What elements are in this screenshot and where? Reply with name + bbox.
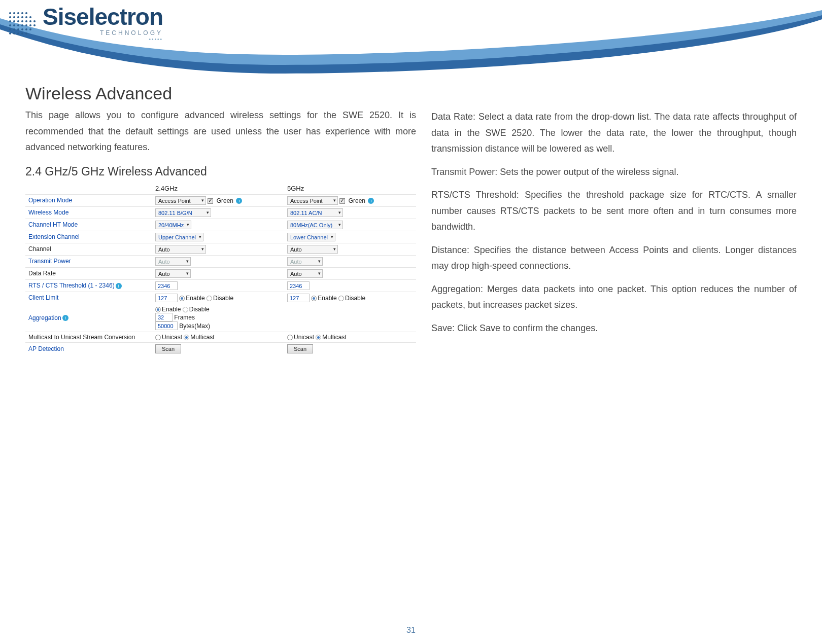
htmode-5-select[interactable]: 80MHz(AC Only) — [287, 221, 343, 229]
rts-5-input[interactable]: 2346 — [287, 281, 310, 290]
svg-point-4 — [25, 12, 27, 14]
para-transmit-power: Transmit Power: Sets the power output of… — [431, 164, 797, 181]
climit-24-enable-radio[interactable] — [179, 296, 185, 301]
mcast-5-multicast-radio[interactable] — [316, 335, 321, 340]
aggr-24-disable-radio[interactable] — [183, 307, 188, 312]
svg-point-17 — [33, 20, 36, 22]
climit-5-input[interactable]: 127 — [287, 294, 310, 302]
aggr-bytes-input[interactable]: 50000 — [155, 321, 178, 330]
svg-point-6 — [13, 16, 15, 18]
drate-24-select[interactable]: Auto — [155, 269, 191, 278]
svg-point-3 — [21, 12, 23, 14]
label-client-limit: Client Limit — [25, 292, 152, 304]
svg-point-19 — [13, 24, 15, 26]
label-tx-power: Transmit Power — [25, 255, 152, 267]
svg-point-1 — [13, 12, 15, 14]
svg-point-8 — [21, 16, 23, 18]
svg-point-9 — [25, 16, 27, 18]
rts-24-input[interactable]: 2346 — [155, 281, 178, 290]
para-aggregation: Aggregation: Merges data packets into on… — [431, 281, 797, 313]
climit-5-enable-radio[interactable] — [311, 296, 317, 301]
svg-point-29 — [25, 28, 27, 30]
section-heading: 2.4 GHz/5 GHz Wireless Advanced — [25, 165, 416, 178]
txpower-5-select[interactable]: Auto — [287, 257, 323, 266]
help-icon[interactable]: i — [236, 198, 242, 204]
header-banner: Siselectron TECHNOLOGY ••••• — [0, 0, 822, 74]
svg-point-21 — [21, 24, 23, 26]
climit-24-disable-radio[interactable] — [207, 296, 212, 301]
aggr-frames-label: Frames — [174, 314, 195, 321]
svg-point-35 — [25, 32, 27, 34]
extch-24-select[interactable]: Upper Channel — [155, 233, 203, 241]
col-24ghz: 2.4GHz — [152, 183, 284, 195]
channel-5-select[interactable]: Auto — [287, 245, 338, 254]
right-column: Data Rate: Select a data rate from the d… — [431, 84, 797, 355]
green-5-label: Green — [349, 197, 365, 204]
svg-point-25 — [9, 28, 11, 30]
opmode-24-select[interactable]: Access Point — [155, 196, 206, 205]
svg-point-31 — [9, 32, 11, 34]
svg-point-12 — [13, 20, 15, 22]
page-title: Wireless Advanced — [25, 84, 416, 103]
green-5-checkbox[interactable] — [339, 198, 345, 204]
help-icon[interactable]: i — [368, 198, 374, 204]
logo-icon — [6, 8, 38, 40]
wmode-5-select[interactable]: 802.11 AC/N — [287, 208, 343, 217]
green-24-checkbox[interactable] — [208, 198, 213, 204]
content-area: Wireless Advanced This page allows you t… — [0, 74, 822, 355]
svg-point-11 — [9, 20, 11, 22]
svg-point-28 — [21, 28, 23, 30]
label-wireless-mode: Wireless Mode — [25, 206, 152, 219]
opmode-5-select[interactable]: Access Point — [287, 196, 338, 205]
htmode-24-select[interactable]: 20/40MHz — [155, 221, 191, 229]
channel-24-select[interactable]: Auto — [155, 245, 206, 254]
svg-point-27 — [17, 28, 19, 30]
help-icon[interactable]: i — [62, 315, 68, 321]
climit-5-disable-radio[interactable] — [338, 296, 344, 301]
green-24-label: Green — [217, 197, 233, 204]
scan-5-button[interactable]: Scan — [287, 344, 313, 353]
txpower-24-select[interactable]: Auto — [155, 257, 191, 266]
svg-point-23 — [29, 24, 31, 26]
mcast-24-unicast-radio[interactable] — [155, 335, 161, 340]
aggr-bytes-label: Bytes(Max) — [179, 323, 210, 330]
svg-point-32 — [13, 32, 15, 34]
svg-point-14 — [21, 20, 23, 22]
mcast-5-unicast-radio[interactable] — [287, 335, 293, 340]
page-number: 31 — [0, 626, 822, 635]
label-rts: RTS / CTS Threshold (1 - 2346)i — [25, 279, 152, 292]
help-icon[interactable]: i — [116, 283, 122, 289]
label-channel: Channel — [25, 243, 152, 255]
label-ht-mode: Channel HT Mode — [25, 219, 152, 231]
svg-point-34 — [21, 32, 23, 34]
svg-point-7 — [17, 16, 19, 18]
para-data-rate: Data Rate: Select a data rate from the d… — [431, 109, 797, 157]
svg-point-33 — [17, 32, 19, 34]
left-column: Wireless Advanced This page allows you t… — [25, 84, 416, 355]
para-save: Save: Click Save to confirm the changes. — [431, 320, 797, 337]
climit-24-input[interactable]: 127 — [155, 294, 178, 302]
para-rts: RTS/CTS Threshold: Specifies the thresho… — [431, 187, 797, 235]
wireless-settings-table: 2.4GHz 5GHz Operation Mode Access Point … — [25, 183, 416, 355]
label-ext-channel: Extension Channel — [25, 231, 152, 243]
svg-point-5 — [9, 16, 11, 18]
wmode-24-select[interactable]: 802.11 B/G/N — [155, 208, 211, 217]
svg-point-15 — [25, 20, 27, 22]
aggr-24-enable-radio[interactable] — [155, 307, 161, 312]
brand-sub: TECHNOLOGY — [43, 29, 163, 37]
label-multicast: Multicast to Unicast Stream Conversion — [25, 332, 152, 342]
label-aggregation: Aggregationi — [25, 304, 152, 332]
svg-point-0 — [9, 12, 11, 14]
aggr-frames-input[interactable]: 32 — [155, 313, 173, 321]
extch-5-select[interactable]: Lower Channel — [287, 233, 335, 241]
scan-24-button[interactable]: Scan — [155, 344, 181, 353]
svg-point-22 — [25, 24, 27, 26]
brand-logo: Siselectron TECHNOLOGY ••••• — [6, 5, 163, 42]
label-operation-mode: Operation Mode — [25, 194, 152, 206]
svg-point-30 — [29, 28, 31, 30]
svg-point-24 — [33, 24, 36, 26]
brand-dots: ••••• — [43, 37, 163, 42]
mcast-24-multicast-radio[interactable] — [184, 335, 189, 340]
drate-5-select[interactable]: Auto — [287, 269, 323, 278]
brand-name: Siselectron — [43, 5, 163, 28]
